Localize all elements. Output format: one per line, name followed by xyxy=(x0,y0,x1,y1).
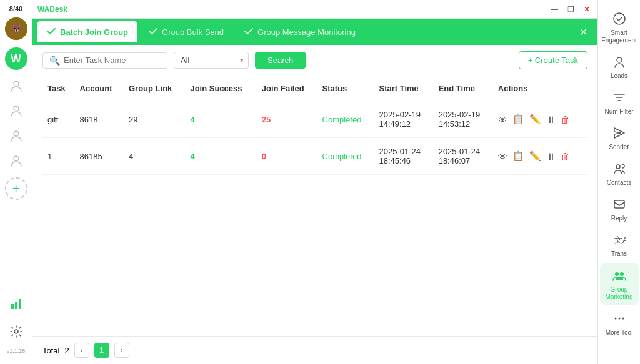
trans-icon: 文A xyxy=(609,231,629,248)
batch-join-icon xyxy=(46,26,56,38)
row2-group-link: 4 xyxy=(124,138,185,175)
settings-icon[interactable] xyxy=(5,320,28,343)
table-row: 1 86185 · 4 4 0 Completed 2025-01-24 18:… xyxy=(42,138,588,175)
tab-bar: Batch Join Group Group Bulk Send Group M… xyxy=(32,19,598,45)
row2-actions: 👁 📋 ✏️ ⏸ 🗑 xyxy=(493,138,588,175)
table-container: Task Account Group Link Join Success Joi… xyxy=(32,76,598,336)
add-account-button[interactable]: + xyxy=(5,177,28,200)
sidebar-item-trans[interactable]: 文A Trans xyxy=(600,227,639,262)
sidebar-item-smart-engagement[interactable]: Smart Engagement xyxy=(600,6,639,48)
row1-task: gift xyxy=(42,101,75,138)
svg-text:🐻: 🐻 xyxy=(11,24,22,34)
sidebar-item-num-filter[interactable]: Num Filter xyxy=(600,85,639,119)
search-input[interactable] xyxy=(64,56,161,65)
smart-engagement-icon xyxy=(609,10,629,27)
filter-select[interactable]: All xyxy=(174,52,249,69)
sender-icon xyxy=(609,124,629,142)
smart-engagement-label: Smart Engagement xyxy=(600,29,639,44)
row1-join-success: 4 xyxy=(185,101,256,138)
tab-group-bulk-send[interactable]: Group Bulk Send xyxy=(139,21,232,42)
minimize-button[interactable]: — xyxy=(549,4,560,15)
avatar-photo[interactable]: 🐻 xyxy=(5,17,28,40)
row1-join-failed: 25 xyxy=(257,101,318,138)
maximize-button[interactable]: ❐ xyxy=(565,4,576,15)
row2-start-time: 2025-01-24 18:45:46 xyxy=(374,138,434,175)
svg-point-12 xyxy=(616,165,620,169)
sidebar-user-3[interactable] xyxy=(5,125,28,147)
contacts-icon xyxy=(609,160,629,177)
total-count: 2 xyxy=(64,346,69,355)
row1-end-time: 2025-02-19 14:53:12 xyxy=(434,101,493,138)
tab-batch-join-label: Batch Join Group xyxy=(60,27,128,37)
sidebar-user-4[interactable] xyxy=(5,150,28,172)
svg-point-10 xyxy=(614,13,625,24)
row2-task: 1 xyxy=(42,138,75,175)
create-task-button[interactable]: + Create Task xyxy=(519,51,588,69)
table-footer: Total 2 ‹ 1 › xyxy=(32,336,598,364)
avatar-w[interactable]: W xyxy=(5,47,28,70)
view-icon-row1[interactable]: 👁 xyxy=(498,114,508,125)
reply-icon xyxy=(609,195,629,213)
svg-rect-7 xyxy=(15,302,18,309)
sidebar-item-sender[interactable]: Sender xyxy=(600,121,639,155)
search-wrap: 🔍 xyxy=(42,52,168,69)
left-sidebar: 8/40 🐻 W + v1.1.28 xyxy=(0,0,32,364)
delete-icon-row1[interactable]: 🗑 xyxy=(561,114,570,125)
col-account: Account xyxy=(75,76,124,101)
close-button[interactable]: ✕ xyxy=(581,4,592,15)
app-logo: WADesk xyxy=(38,5,68,14)
monitoring-icon xyxy=(244,26,254,38)
col-end-time: End Time xyxy=(434,76,493,101)
sidebar-item-reply[interactable]: Reply xyxy=(600,192,639,226)
tab-group-message-monitoring-label: Group Message Monitoring xyxy=(258,27,356,37)
tab-close-button[interactable]: ✕ xyxy=(574,26,592,38)
copy-icon-row1[interactable]: 📋 xyxy=(512,114,524,125)
row2-end-time: 2025-01-24 18:46:07 xyxy=(434,138,493,175)
row1-group-link: 29 xyxy=(124,101,185,138)
row2-status: Completed xyxy=(318,138,374,175)
svg-point-11 xyxy=(617,57,622,62)
col-start-time: Start Time xyxy=(374,76,434,101)
sidebar-item-contacts[interactable]: Contacts xyxy=(600,156,639,190)
svg-point-19 xyxy=(622,318,624,320)
toolbar: 🔍 All Search + Create Task xyxy=(32,45,598,76)
copy-icon-row2[interactable]: 📋 xyxy=(512,150,524,162)
pause-icon-row1[interactable]: ⏸ xyxy=(546,114,556,125)
sidebar-user-1[interactable] xyxy=(5,75,28,97)
view-icon-row2[interactable]: 👁 xyxy=(498,151,508,162)
right-sidebar: Smart Engagement Leads Num Filter Sender… xyxy=(598,0,640,364)
svg-point-2 xyxy=(14,81,19,86)
tab-batch-join-group[interactable]: Batch Join Group xyxy=(38,21,137,42)
sidebar-item-leads[interactable]: Leads xyxy=(600,49,639,84)
sidebar-item-more-tool[interactable]: More Tool xyxy=(600,306,639,340)
row2-join-success: 4 xyxy=(185,138,256,175)
col-join-failed: Join Failed xyxy=(257,76,318,101)
group-marketing-icon xyxy=(609,267,629,284)
sidebar-user-2[interactable] xyxy=(5,100,28,122)
delete-icon-row2[interactable]: 🗑 xyxy=(561,151,570,162)
group-marketing-label: Group Marketing xyxy=(600,286,639,301)
row1-start-time: 2025-02-19 14:49:12 xyxy=(374,101,434,138)
search-button[interactable]: Search xyxy=(255,52,306,69)
stats-icon[interactable] xyxy=(5,293,28,315)
num-filter-label: Num Filter xyxy=(604,108,633,116)
sidebar-bottom: v1.1.28 xyxy=(5,293,28,359)
sender-label: Sender xyxy=(609,144,629,151)
sidebar-item-group-marketing[interactable]: Group Marketing xyxy=(600,263,639,305)
more-tool-label: More Tool xyxy=(606,329,633,337)
svg-point-17 xyxy=(614,318,616,320)
edit-icon-row1[interactable]: ✏️ xyxy=(529,114,541,125)
svg-point-5 xyxy=(14,156,19,161)
tab-group-message-monitoring[interactable]: Group Message Monitoring xyxy=(235,21,364,42)
edit-icon-row2[interactable]: ✏️ xyxy=(529,150,541,162)
bulk-send-icon xyxy=(148,26,158,38)
col-actions: Actions xyxy=(493,76,588,101)
next-page-button[interactable]: › xyxy=(114,343,129,358)
prev-page-button[interactable]: ‹ xyxy=(74,343,89,358)
pause-icon-row2[interactable]: ⏸ xyxy=(546,151,556,162)
col-group-link: Group Link xyxy=(124,76,185,101)
trans-label: Trans xyxy=(611,250,627,258)
row2-account: 86185 · xyxy=(75,138,124,175)
row1-status: Completed xyxy=(318,101,374,138)
contacts-label: Contacts xyxy=(607,179,631,187)
